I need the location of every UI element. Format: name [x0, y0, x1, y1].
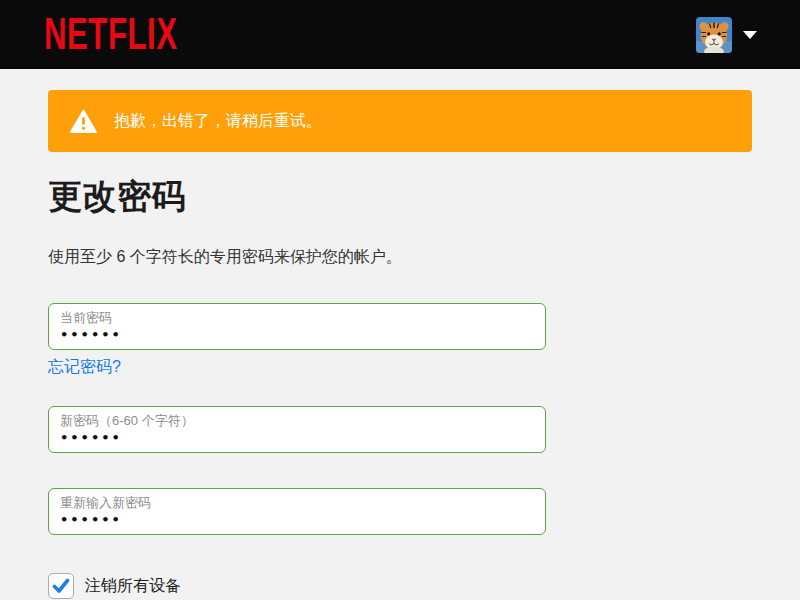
profile-menu[interactable]	[696, 17, 757, 53]
current-password-input[interactable]	[60, 327, 534, 342]
profile-avatar[interactable]	[696, 17, 732, 53]
current-password-field[interactable]: 当前密码	[48, 303, 546, 350]
forgot-password-link[interactable]: 忘记密码?	[48, 357, 121, 378]
page-subtitle: 使用至少 6 个字符长的专用密码来保护您的帐户。	[48, 247, 752, 268]
new-password-field[interactable]: 新密码（6-60 个字符）	[48, 406, 546, 453]
page-title: 更改密码	[48, 174, 752, 220]
confirm-password-input[interactable]	[60, 512, 534, 527]
current-password-label: 当前密码	[60, 310, 534, 325]
main-content: 抱歉，出错了，请稍后重试。 更改密码 使用至少 6 个字符长的专用密码来保护您的…	[0, 90, 800, 599]
warning-icon	[70, 109, 97, 134]
sign-out-devices-checkbox[interactable]	[48, 573, 74, 599]
checkmark-icon	[52, 578, 70, 594]
confirm-password-label: 重新输入新密码	[60, 495, 534, 510]
error-message: 抱歉，出错了，请稍后重试。	[114, 111, 322, 132]
netflix-logo[interactable]: NETFLIX	[44, 10, 178, 60]
error-banner: 抱歉，出错了，请稍后重试。	[48, 90, 752, 152]
sign-out-devices-label: 注销所有设备	[85, 576, 181, 597]
confirm-password-field[interactable]: 重新输入新密码	[48, 488, 546, 535]
sign-out-devices-row: 注销所有设备	[48, 573, 752, 599]
new-password-label: 新密码（6-60 个字符）	[60, 413, 534, 428]
new-password-input[interactable]	[60, 430, 534, 445]
change-password-form: 当前密码 忘记密码? 新密码（6-60 个字符） 重新输入新密码 注销所有设备	[48, 303, 752, 599]
chevron-down-icon[interactable]	[743, 31, 757, 39]
top-navbar: NETFLIX	[0, 0, 800, 69]
